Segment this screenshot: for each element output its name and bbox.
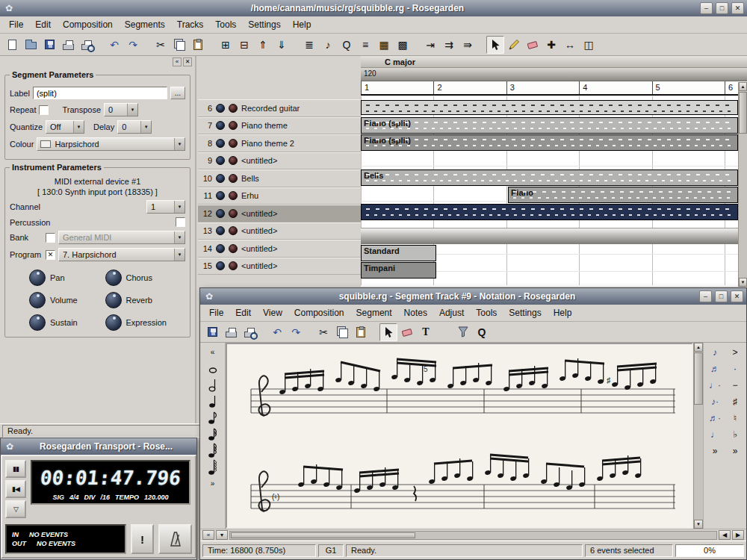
menu-tracks[interactable]: Tracks	[171, 17, 210, 32]
record-led[interactable]	[229, 104, 238, 113]
duration-eighth-note-button[interactable]	[203, 410, 223, 426]
knob-dial[interactable]	[29, 292, 46, 308]
track-row-bells[interactable]: 10 Bells	[198, 169, 361, 187]
panel-close-icon[interactable]: ✕	[183, 57, 192, 66]
notation-menu-tools[interactable]: Tools	[470, 305, 503, 320]
ntoolbar-paste[interactable]	[352, 323, 370, 341]
ntoolbar-note-tool[interactable]	[436, 323, 453, 341]
maximize-button[interactable]: □	[716, 2, 728, 14]
panel-collapse-icon[interactable]: «	[173, 57, 182, 66]
track-row-erhu[interactable]: 11 Erhu	[198, 187, 361, 205]
notation-menu-adjust[interactable]: Adjust	[433, 305, 470, 320]
duration-half-note-button[interactable]	[203, 377, 223, 393]
toolbar-open-file[interactable]	[22, 36, 40, 54]
menu-file[interactable]: File	[3, 17, 29, 32]
knob-dial[interactable]	[29, 270, 46, 286]
record-led[interactable]	[229, 121, 238, 130]
record-led[interactable]	[229, 226, 238, 235]
segment-recorded-guitar[interactable]	[361, 100, 738, 115]
mute-led[interactable]	[216, 191, 225, 200]
scrollbar-track[interactable]	[739, 134, 747, 278]
segment-piano[interactable]: Piano	[508, 187, 738, 203]
notation-menu-settings[interactable]: Settings	[503, 305, 547, 320]
track-row-untitled[interactable]: 14 <untitled>	[198, 240, 361, 258]
scroll-right-icon[interactable]: ▶	[732, 530, 744, 540]
main-titlebar[interactable]: ✿ /home/cannam/music/rg/squibble.rg - Ro…	[0, 0, 747, 16]
toolbar-open-in-notation[interactable]: ♪	[319, 36, 337, 54]
div-value[interactable]: /16	[100, 494, 110, 501]
ntoolbar-redo[interactable]: ↷	[287, 323, 305, 341]
toolbar-draw-tool[interactable]	[505, 36, 523, 54]
quantize-combo[interactable]: Off ▼	[46, 120, 84, 134]
menu-composition[interactable]: Composition	[57, 17, 119, 32]
mute-led[interactable]	[216, 209, 225, 218]
track-name[interactable]: Recorded guitar	[241, 104, 358, 113]
toolbar-resize-tool[interactable]: ↔	[561, 36, 579, 54]
record-led[interactable]	[229, 191, 238, 200]
combo-arrow-icon[interactable]: ▼	[174, 231, 185, 243]
ntoolbar-print[interactable]	[222, 323, 240, 341]
knob-dial[interactable]	[105, 270, 122, 286]
segment-timpani[interactable]: Timpani	[361, 262, 436, 279]
segment-piano-split-1[interactable]: Piano (split)	[361, 117, 738, 134]
ntoolbar-select-tool[interactable]	[379, 323, 397, 341]
mute-led[interactable]	[216, 104, 225, 113]
menu-segments[interactable]: Segments	[119, 17, 171, 32]
rosegarden-app-icon[interactable]: ✿	[4, 441, 16, 452]
toolbar-print-preview[interactable]	[78, 36, 96, 54]
channel-spinner[interactable]: 1 ▼	[146, 200, 185, 214]
toolbar-cut[interactable]: ✂	[152, 36, 170, 54]
scrollbar-thumb[interactable]	[739, 92, 747, 134]
track-name[interactable]: <untitled>	[241, 209, 358, 218]
track-name[interactable]: <untitled>	[241, 244, 358, 253]
repeat-checkbox[interactable]	[39, 105, 49, 115]
scroll-down-icon[interactable]: ▼	[694, 520, 703, 529]
nright-staccato-mark[interactable]: ·	[725, 361, 745, 376]
pause-button[interactable]: ▮▮	[5, 460, 26, 478]
toolbar-open-in-matrix[interactable]: ▦	[375, 36, 393, 54]
ntoolbar-print-preview[interactable]	[241, 323, 258, 341]
metronome-button[interactable]	[158, 524, 192, 554]
nright-natural-accidental[interactable]: ♮	[725, 410, 745, 426]
notation-menu-help[interactable]: Help	[548, 305, 578, 320]
scroll-down-icon[interactable]: ▼	[739, 278, 747, 287]
combo-arrow-icon[interactable]: ▼	[140, 121, 151, 133]
program-combo[interactable]: 7. Harpsichord ▼	[58, 248, 185, 261]
nright-sixteenth-note[interactable]: ♬	[705, 361, 725, 376]
tempo-ruler[interactable]: 120	[361, 68, 747, 81]
toolbar-undo[interactable]: ↶	[105, 36, 123, 54]
duration-sixteenth-note-button[interactable]	[203, 426, 223, 442]
menu-edit[interactable]: Edit	[29, 17, 57, 32]
toolbar-copy[interactable]	[170, 36, 188, 54]
track-name[interactable]: Piano theme	[241, 121, 358, 130]
close-button[interactable]: ✕	[731, 2, 744, 14]
ntoolbar-save[interactable]	[203, 323, 221, 341]
toolbar-quantize[interactable]: ≣	[300, 36, 318, 54]
ntoolbar-cut[interactable]: ✂	[314, 323, 332, 341]
toolbar-print[interactable]	[59, 36, 77, 54]
record-led[interactable]	[229, 174, 238, 183]
toolbar-heuristic-quantize[interactable]: ⇛	[459, 36, 477, 54]
track-name[interactable]: Piano theme 2	[241, 139, 358, 148]
mute-led[interactable]	[216, 156, 225, 165]
ntoolbar-erase-tool[interactable]	[398, 323, 416, 341]
toolbar-search[interactable]: Q	[338, 36, 356, 54]
rewind-to-start-button[interactable]: ▮◀	[5, 480, 26, 498]
chevron-left-icon[interactable]: «	[202, 530, 214, 540]
scrollbar-thumb[interactable]	[231, 532, 415, 538]
track-row-untitled[interactable]: 9 <untitled>	[198, 152, 361, 170]
record-led[interactable]	[229, 156, 238, 165]
scrollbar-track[interactable]	[229, 531, 717, 540]
menu-tools[interactable]: Tools	[209, 17, 242, 32]
knob-dial[interactable]	[105, 292, 122, 308]
nright-sharp-accidental[interactable]: ♯	[725, 393, 745, 409]
key-signature-ruler[interactable]: C major	[361, 56, 747, 68]
notation-horizontal-scrollbar[interactable]: « ▾ ◀ ▶	[200, 529, 746, 541]
nright-chevron-more-right[interactable]: »	[725, 443, 745, 458]
mute-led[interactable]	[216, 244, 225, 253]
delay-combo[interactable]: 0 ▼	[117, 120, 152, 134]
track-name[interactable]: <untitled>	[241, 261, 358, 270]
mute-led[interactable]	[216, 261, 225, 270]
toolbar-erase-tool[interactable]	[524, 36, 542, 54]
track-row-untitled[interactable]: 13 <untitled>	[198, 223, 361, 240]
